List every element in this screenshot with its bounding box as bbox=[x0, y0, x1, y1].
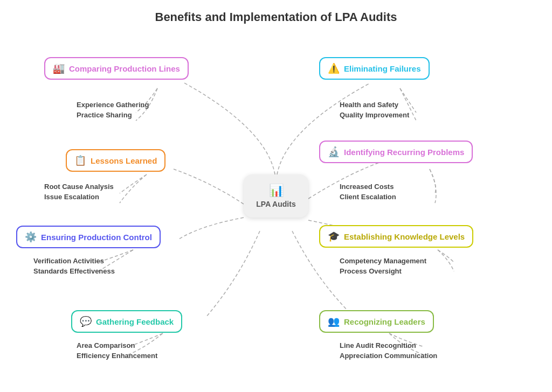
node-comparing: 🏭 Comparing Production Lines bbox=[44, 57, 189, 80]
comparing-icon: 🏭 bbox=[53, 62, 65, 74]
eliminating-sub-2: Quality Improvement bbox=[340, 111, 409, 119]
node-gathering: 💬 Gathering Feedback bbox=[71, 310, 182, 333]
recognizing-sub-2: Appreciation Communication bbox=[340, 352, 437, 360]
recognizing-sub-1: Line Audit Recognition bbox=[340, 341, 437, 349]
page-title: Benefits and Implementation of LPA Audit… bbox=[6, 10, 546, 24]
recognizing-icon: 👥 bbox=[328, 316, 340, 327]
establishing-subitems: Competency Management Process Oversight bbox=[340, 257, 426, 275]
ensuring-sub-2: Standards Effectiveness bbox=[33, 267, 115, 275]
ensuring-subitems: Verification Activities Standards Effect… bbox=[33, 257, 115, 275]
recognizing-label: Recognizing Leaders bbox=[344, 317, 425, 326]
eliminating-subitems: Health and Safety Quality Improvement bbox=[340, 101, 409, 119]
eliminating-icon: ⚠️ bbox=[328, 62, 340, 74]
eliminating-sub-1: Health and Safety bbox=[340, 101, 409, 109]
ensuring-icon: ⚙️ bbox=[25, 231, 37, 243]
lessons-sub-2: Issue Escalation bbox=[44, 193, 114, 201]
node-recognizing: 👥 Recognizing Leaders bbox=[319, 310, 434, 333]
lessons-label: Lessons Learned bbox=[91, 156, 157, 165]
node-eliminating: ⚠️ Eliminating Failures bbox=[319, 57, 430, 80]
gathering-sub-2: Efficiency Enhancement bbox=[77, 352, 157, 360]
identifying-label: Identifying Recurring Problems bbox=[344, 148, 464, 157]
node-identifying: 🔬 Identifying Recurring Problems bbox=[319, 141, 473, 163]
comparing-subitems: Experience Gathering Practice Sharing bbox=[77, 101, 149, 119]
identifying-sub-2: Client Escalation bbox=[340, 193, 396, 201]
gathering-sub-1: Area Comparison bbox=[77, 341, 157, 349]
center-icon: 📊 bbox=[269, 184, 284, 198]
gathering-label: Gathering Feedback bbox=[96, 317, 174, 326]
diagram-container: Benefits and Implementation of LPA Audit… bbox=[6, 5, 546, 387]
lessons-sub-1: Root Cause Analysis bbox=[44, 183, 114, 191]
node-establishing: 🎓 Establishing Knowledge Levels bbox=[319, 225, 473, 248]
establishing-icon: 🎓 bbox=[328, 230, 340, 242]
recognizing-subitems: Line Audit Recognition Appreciation Comm… bbox=[340, 341, 437, 360]
lessons-icon: 📋 bbox=[74, 155, 86, 166]
node-lessons: 📋 Lessons Learned bbox=[66, 149, 165, 172]
identifying-subitems: Increased Costs Client Escalation bbox=[340, 183, 396, 201]
lessons-subitems: Root Cause Analysis Issue Escalation bbox=[44, 183, 114, 201]
center-label: LPA Audits bbox=[256, 200, 295, 208]
eliminating-label: Eliminating Failures bbox=[344, 64, 421, 73]
ensuring-label: Ensuring Production Control bbox=[41, 233, 152, 242]
comparing-label: Comparing Production Lines bbox=[69, 64, 180, 73]
center-node: 📊 LPA Audits bbox=[244, 174, 308, 218]
comparing-sub-2: Practice Sharing bbox=[77, 111, 149, 119]
establishing-sub-1: Competency Management bbox=[340, 257, 426, 265]
gathering-subitems: Area Comparison Efficiency Enhancement bbox=[77, 341, 157, 360]
identifying-icon: 🔬 bbox=[328, 146, 340, 158]
identifying-sub-1: Increased Costs bbox=[340, 183, 396, 191]
node-ensuring: ⚙️ Ensuring Production Control bbox=[16, 226, 161, 248]
establishing-sub-2: Process Oversight bbox=[340, 267, 426, 275]
gathering-icon: 💬 bbox=[80, 316, 92, 327]
comparing-sub-1: Experience Gathering bbox=[77, 101, 149, 109]
establishing-label: Establishing Knowledge Levels bbox=[344, 232, 465, 241]
ensuring-sub-1: Verification Activities bbox=[33, 257, 115, 265]
